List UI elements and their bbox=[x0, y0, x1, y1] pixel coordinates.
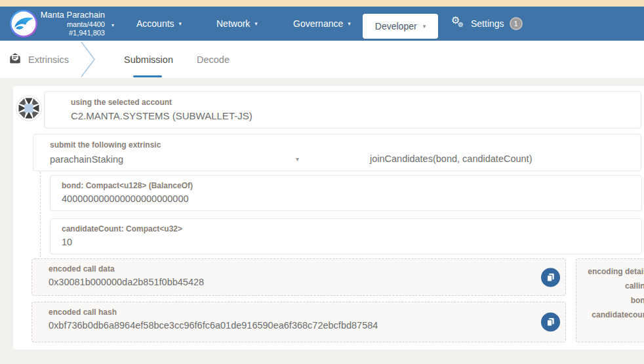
inbox-icon bbox=[9, 52, 21, 66]
section-title: Extrinsics bbox=[28, 54, 69, 65]
output-label: encoded call hash bbox=[49, 308, 565, 317]
chevron-down-icon: ▾ bbox=[348, 20, 351, 27]
extrinsic-select-label: submit the following extrinsic bbox=[50, 140, 641, 150]
tab-decode[interactable]: Decode bbox=[197, 41, 230, 78]
nav-item-network[interactable]: Network ▾ bbox=[216, 7, 258, 41]
output-call-data: encoded call data 0x30081b000000da2b851f… bbox=[31, 258, 566, 296]
nav-item-developer[interactable]: Developer ▾ bbox=[363, 14, 438, 39]
account-select[interactable]: using the selected account C2.MANTA.SYST… bbox=[44, 91, 641, 129]
output-value: 0x30081b000000da2b851f0bb45428 bbox=[49, 277, 565, 288]
chevron-down-icon: ▾ bbox=[296, 155, 299, 163]
extrinsic-method-select[interactable]: joinCandidates(bond, candidateCount) bbox=[370, 153, 532, 165]
chevron-down-icon: ▾ bbox=[254, 20, 258, 27]
nav-item-settings[interactable]: ⚙ ⚙ Settings 1 bbox=[451, 7, 523, 41]
manta-logo-icon[interactable] bbox=[9, 9, 38, 38]
account-identicon-icon bbox=[16, 95, 42, 121]
gear-icon: ⚙ ⚙ bbox=[451, 16, 466, 31]
output-value: 0xbf736b0db6a8964ef58bce3cc96f6fc6a01de9… bbox=[49, 320, 565, 331]
output-call-hash: encoded call hash 0xbf736b0db6a8964ef58b… bbox=[31, 302, 566, 342]
encoding-details-panel: encoding details calling bond candidatec… bbox=[576, 258, 644, 342]
nav-accounts-label: Accounts bbox=[136, 18, 174, 29]
encoding-row-candidatecount: candidatecount bbox=[576, 308, 644, 322]
breadcrumb: Extrinsics bbox=[9, 41, 69, 78]
copy-button[interactable] bbox=[541, 268, 560, 287]
extrinsic-section-select[interactable]: parachainStaking bbox=[50, 154, 123, 165]
param-value: 10 bbox=[62, 237, 641, 248]
tab-submission[interactable]: Submission bbox=[124, 41, 173, 78]
encoding-row-bond: bond bbox=[576, 293, 644, 308]
block-number: #1,941,803 bbox=[39, 29, 105, 37]
account-select-value: C2.MANTA.SYSTEMS (SUBWALLET-JS) bbox=[71, 110, 641, 121]
nav-developer-label: Developer bbox=[375, 21, 417, 31]
chain-name: Manta Parachain bbox=[39, 10, 105, 20]
copy-button[interactable] bbox=[541, 313, 560, 332]
chain-endpoint: manta/4400▾ bbox=[39, 20, 105, 29]
param-input-candidatecount[interactable]: candidateCount: Compact<u32> 10 bbox=[50, 218, 642, 254]
nav-item-accounts[interactable]: Accounts ▾ bbox=[136, 7, 182, 41]
main-navbar: Manta Parachain manta/4400▾ #1,941,803 A… bbox=[0, 7, 644, 41]
param-input-bond[interactable]: bond: Compact<u128> (BalanceOf) 40000000… bbox=[50, 175, 642, 211]
active-tab-underline bbox=[133, 75, 162, 77]
submission-panel: using the selected account C2.MANTA.SYST… bbox=[13, 86, 644, 350]
tab-bar: Extrinsics Submission Decode bbox=[0, 41, 644, 78]
params-group: bond: Compact<u128> (BalanceOf) 40000000… bbox=[40, 172, 641, 257]
chain-endpoint-label: manta/4400 bbox=[67, 20, 105, 28]
copy-icon bbox=[546, 272, 555, 282]
settings-badge: 1 bbox=[510, 17, 523, 30]
chevron-down-icon: ▾ bbox=[179, 20, 182, 27]
nav-settings-label: Settings bbox=[471, 18, 504, 29]
nav-network-label: Network bbox=[216, 18, 250, 29]
encoding-details-title: encoding details bbox=[576, 264, 644, 279]
output-label: encoded call data bbox=[49, 264, 565, 273]
param-label: bond: Compact<u128> (BalanceOf) bbox=[62, 181, 641, 190]
chevron-down-icon: ▾ bbox=[423, 23, 426, 30]
account-select-label: using the selected account bbox=[71, 98, 641, 107]
param-value: 400000000000000000000000 bbox=[62, 193, 641, 205]
extrinsic-select: submit the following extrinsic parachain… bbox=[33, 134, 641, 171]
chain-selector[interactable]: Manta Parachain manta/4400▾ #1,941,803 bbox=[39, 10, 105, 37]
param-label: candidateCount: Compact<u32> bbox=[62, 224, 641, 233]
breadcrumb-chevron-icon bbox=[79, 41, 97, 78]
chevron-down-icon: ▾ bbox=[111, 21, 114, 30]
nav-governance-label: Governance bbox=[293, 18, 343, 29]
extrinsic-select-row: parachainStaking ▾ joinCandidates(bond, … bbox=[50, 153, 641, 165]
copy-icon bbox=[546, 317, 555, 327]
encoding-row-calling: calling bbox=[576, 279, 644, 293]
nav-item-governance[interactable]: Governance ▾ bbox=[293, 7, 351, 41]
top-accent-bar bbox=[0, 0, 644, 7]
